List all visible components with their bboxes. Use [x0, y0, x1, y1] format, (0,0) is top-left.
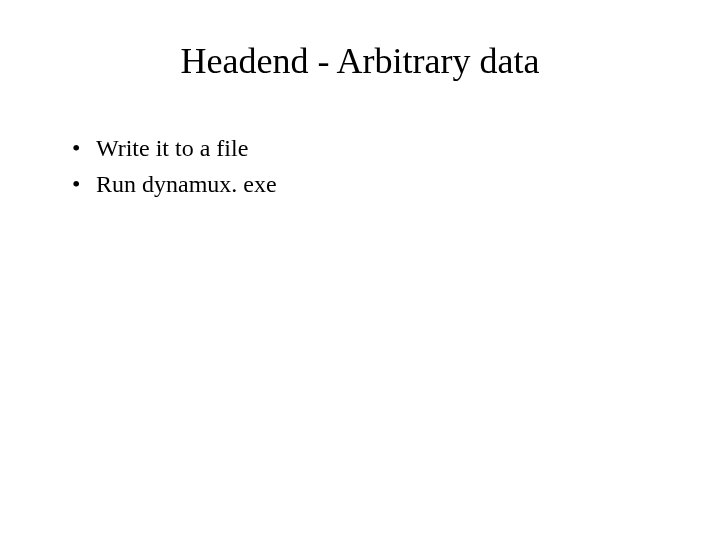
bullet-list: Write it to a file Run dynamux. exe [48, 130, 672, 202]
list-item: Write it to a file [72, 130, 672, 166]
list-item: Run dynamux. exe [72, 166, 672, 202]
slide-title: Headend - Arbitrary data [48, 40, 672, 82]
